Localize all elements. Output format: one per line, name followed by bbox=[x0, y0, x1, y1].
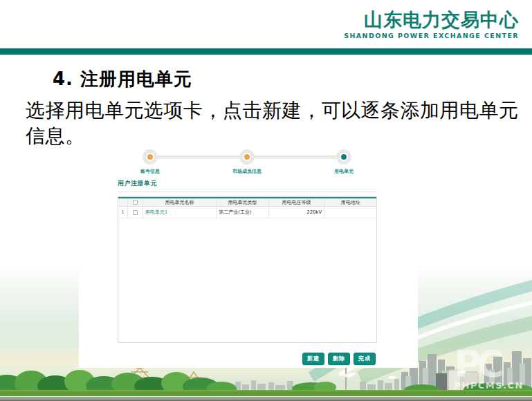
slide: 山东电力交易中心 SHANDONG POWER EXCHANGE CENTER … bbox=[0, 0, 532, 401]
action-button[interactable]: 删除 bbox=[328, 353, 350, 365]
section-title: 用户注册单元 bbox=[118, 179, 157, 188]
page-title: 4. 注册用电单元 bbox=[53, 67, 192, 91]
unit-name-link[interactable]: 用电单元1 bbox=[143, 207, 216, 218]
header-checkbox-cell bbox=[127, 198, 143, 206]
step-label: 账号信息 bbox=[140, 168, 160, 175]
step-circle-icon bbox=[239, 149, 255, 165]
brand-name-en: SHANDONG POWER EXCHANGE CENTER bbox=[344, 32, 519, 39]
row-checkbox[interactable] bbox=[133, 210, 138, 215]
stepper-steps: 账号信息 市场成员信息 用电单元 bbox=[143, 149, 351, 165]
header-index-cell bbox=[118, 198, 127, 206]
unit-type-cell: 第二产业(工业) bbox=[216, 207, 268, 218]
column-header-name[interactable]: 用电单元名称 bbox=[143, 198, 216, 206]
table-body: 1 用电单元1 第二产业(工业) 220kV bbox=[118, 207, 376, 218]
step-circle-icon bbox=[336, 149, 351, 165]
unit-voltage-cell: 220kV bbox=[268, 207, 324, 218]
unit-table: 用电单元名称 用电单元类型 用电电压等级 用电地址 1 用电单元1 第二产业(工… bbox=[118, 196, 377, 343]
table-header-row: 用电单元名称 用电单元类型 用电电压等级 用电地址 bbox=[118, 197, 376, 207]
row-checkbox-cell bbox=[127, 207, 143, 218]
select-all-checkbox[interactable] bbox=[133, 200, 138, 205]
stepper-step[interactable]: 用电单元 bbox=[336, 149, 351, 165]
app-screenshot-panel: 账号信息 市场成员信息 用电单元 bbox=[79, 136, 418, 368]
action-button[interactable]: 新建 bbox=[302, 353, 324, 365]
unit-address-cell bbox=[324, 207, 376, 218]
step-circle-icon bbox=[143, 149, 158, 165]
brand-logo: 山东电力交易中心 SHANDONG POWER EXCHANGE CENTER bbox=[344, 10, 519, 39]
step-label: 市场成员信息 bbox=[232, 168, 262, 175]
column-header-address[interactable]: 用电地址 bbox=[324, 198, 376, 206]
stepper-step[interactable]: 账号信息 bbox=[143, 149, 158, 165]
column-header-voltage[interactable]: 用电电压等级 bbox=[268, 198, 324, 206]
table-row[interactable]: 1 用电单元1 第二产业(工业) 220kV bbox=[118, 207, 376, 218]
action-button[interactable]: 完成 bbox=[354, 353, 376, 365]
step-label: 用电单元 bbox=[334, 168, 354, 175]
section-divider bbox=[118, 192, 377, 192]
column-header-type[interactable]: 用电单元类型 bbox=[216, 198, 268, 206]
header-divider-bar bbox=[0, 48, 532, 55]
action-button-row: 新建 删除 完成 bbox=[302, 353, 376, 365]
stepper-step[interactable]: 市场成员信息 bbox=[239, 149, 255, 165]
row-index: 1 bbox=[118, 207, 127, 218]
brand-name-cn: 山东电力交易中心 bbox=[364, 10, 519, 30]
registration-stepper: 账号信息 市场成员信息 用电单元 bbox=[143, 149, 351, 191]
